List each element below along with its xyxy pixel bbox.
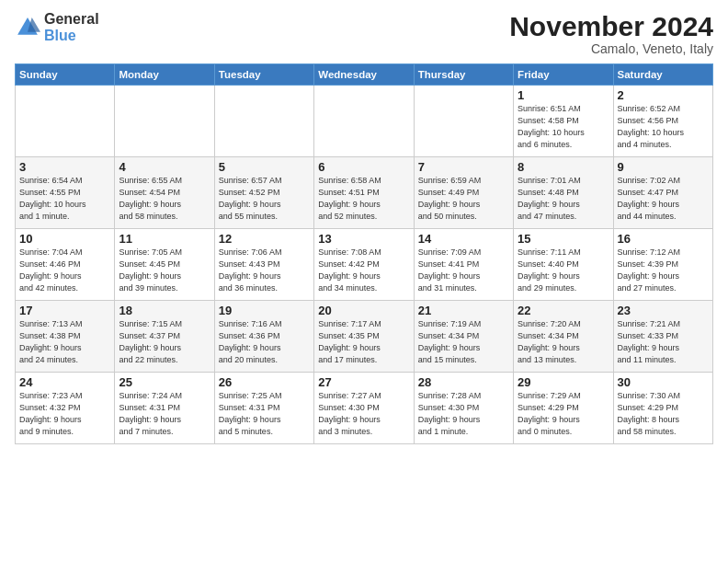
calendar-cell: 22Sunrise: 7:20 AM Sunset: 4:34 PM Dayli… xyxy=(514,301,613,373)
day-number: 12 xyxy=(219,232,310,246)
header: General Blue November 2024 Camalo, Venet… xyxy=(15,11,713,56)
calendar-cell: 6Sunrise: 6:58 AM Sunset: 4:51 PM Daylig… xyxy=(314,157,414,229)
day-info: Sunrise: 7:04 AM Sunset: 4:46 PM Dayligh… xyxy=(19,247,110,294)
day-number: 28 xyxy=(418,375,509,389)
day-number: 6 xyxy=(318,160,409,174)
day-info: Sunrise: 7:17 AM Sunset: 4:35 PM Dayligh… xyxy=(318,318,409,366)
col-friday: Friday xyxy=(514,64,613,86)
calendar-cell: 21Sunrise: 7:19 AM Sunset: 4:34 PM Dayli… xyxy=(414,301,513,373)
calendar-cell: 16Sunrise: 7:12 AM Sunset: 4:39 PM Dayli… xyxy=(613,229,712,301)
day-number: 11 xyxy=(119,232,210,246)
day-info: Sunrise: 7:02 AM Sunset: 4:47 PM Dayligh… xyxy=(618,175,709,223)
calendar-cell: 1Sunrise: 6:51 AM Sunset: 4:58 PM Daylig… xyxy=(514,86,613,157)
calendar-cell xyxy=(214,86,313,157)
day-number: 1 xyxy=(518,88,609,102)
day-info: Sunrise: 7:20 AM Sunset: 4:34 PM Dayligh… xyxy=(518,318,609,366)
title-block: November 2024 Camalo, Veneto, Italy xyxy=(509,11,713,56)
calendar-cell: 30Sunrise: 7:30 AM Sunset: 4:29 PM Dayli… xyxy=(613,373,712,444)
day-number: 4 xyxy=(119,160,210,174)
calendar-cell: 17Sunrise: 7:13 AM Sunset: 4:38 PM Dayli… xyxy=(16,301,115,373)
col-thursday: Thursday xyxy=(414,64,513,86)
day-number: 27 xyxy=(318,375,409,389)
day-info: Sunrise: 7:11 AM Sunset: 4:40 PM Dayligh… xyxy=(518,247,609,294)
day-info: Sunrise: 7:28 AM Sunset: 4:30 PM Dayligh… xyxy=(418,390,509,438)
calendar-cell: 18Sunrise: 7:15 AM Sunset: 4:37 PM Dayli… xyxy=(115,301,214,373)
calendar-cell: 3Sunrise: 6:54 AM Sunset: 4:55 PM Daylig… xyxy=(16,157,115,229)
calendar-cell: 28Sunrise: 7:28 AM Sunset: 4:30 PM Dayli… xyxy=(414,373,513,444)
day-info: Sunrise: 6:52 AM Sunset: 4:56 PM Dayligh… xyxy=(618,103,709,151)
day-info: Sunrise: 6:55 AM Sunset: 4:54 PM Dayligh… xyxy=(119,175,210,223)
logo-icon xyxy=(15,15,40,40)
day-number: 8 xyxy=(518,160,609,174)
day-info: Sunrise: 7:16 AM Sunset: 4:36 PM Dayligh… xyxy=(219,318,310,366)
day-number: 17 xyxy=(19,304,110,317)
calendar-cell: 10Sunrise: 7:04 AM Sunset: 4:46 PM Dayli… xyxy=(16,229,115,301)
day-info: Sunrise: 7:01 AM Sunset: 4:48 PM Dayligh… xyxy=(518,175,609,223)
day-info: Sunrise: 7:09 AM Sunset: 4:41 PM Dayligh… xyxy=(418,247,509,294)
day-info: Sunrise: 7:27 AM Sunset: 4:30 PM Dayligh… xyxy=(318,390,409,438)
day-number: 30 xyxy=(618,375,709,389)
calendar-cell: 13Sunrise: 7:08 AM Sunset: 4:42 PM Dayli… xyxy=(314,229,414,301)
day-info: Sunrise: 7:05 AM Sunset: 4:45 PM Dayligh… xyxy=(119,247,210,294)
page: General Blue November 2024 Camalo, Venet… xyxy=(0,0,728,563)
day-number: 22 xyxy=(518,304,609,317)
week-row-5: 24Sunrise: 7:23 AM Sunset: 4:32 PM Dayli… xyxy=(16,373,713,444)
day-number: 10 xyxy=(19,232,110,246)
day-info: Sunrise: 6:59 AM Sunset: 4:49 PM Dayligh… xyxy=(418,175,509,223)
day-number: 14 xyxy=(418,232,509,246)
subtitle: Camalo, Veneto, Italy xyxy=(509,41,713,56)
calendar-cell: 23Sunrise: 7:21 AM Sunset: 4:33 PM Dayli… xyxy=(613,301,712,373)
week-row-4: 17Sunrise: 7:13 AM Sunset: 4:38 PM Dayli… xyxy=(16,301,713,373)
day-number: 5 xyxy=(219,160,310,174)
day-info: Sunrise: 6:51 AM Sunset: 4:58 PM Dayligh… xyxy=(518,103,609,151)
day-info: Sunrise: 7:21 AM Sunset: 4:33 PM Dayligh… xyxy=(618,318,709,366)
logo-general: General xyxy=(44,11,99,27)
calendar-cell xyxy=(414,86,513,157)
col-tuesday: Tuesday xyxy=(214,64,313,86)
day-number: 25 xyxy=(119,375,210,389)
day-info: Sunrise: 7:24 AM Sunset: 4:31 PM Dayligh… xyxy=(119,390,210,438)
day-info: Sunrise: 7:30 AM Sunset: 4:29 PM Dayligh… xyxy=(618,390,709,438)
day-number: 2 xyxy=(618,88,709,102)
day-info: Sunrise: 7:13 AM Sunset: 4:38 PM Dayligh… xyxy=(19,318,110,366)
day-number: 19 xyxy=(219,304,310,317)
day-info: Sunrise: 7:08 AM Sunset: 4:42 PM Dayligh… xyxy=(318,247,409,294)
day-number: 24 xyxy=(19,375,110,389)
week-row-3: 10Sunrise: 7:04 AM Sunset: 4:46 PM Dayli… xyxy=(16,229,713,301)
calendar-header-row: Sunday Monday Tuesday Wednesday Thursday… xyxy=(16,64,713,86)
day-number: 3 xyxy=(19,160,110,174)
day-number: 26 xyxy=(219,375,310,389)
calendar-cell: 24Sunrise: 7:23 AM Sunset: 4:32 PM Dayli… xyxy=(16,373,115,444)
day-info: Sunrise: 6:57 AM Sunset: 4:52 PM Dayligh… xyxy=(219,175,310,223)
calendar-cell xyxy=(115,86,214,157)
day-info: Sunrise: 6:54 AM Sunset: 4:55 PM Dayligh… xyxy=(19,175,110,223)
day-number: 20 xyxy=(318,304,409,317)
calendar-table: Sunday Monday Tuesday Wednesday Thursday… xyxy=(15,63,713,444)
calendar-cell: 8Sunrise: 7:01 AM Sunset: 4:48 PM Daylig… xyxy=(514,157,613,229)
calendar-cell xyxy=(16,86,115,157)
day-number: 16 xyxy=(618,232,709,246)
week-row-2: 3Sunrise: 6:54 AM Sunset: 4:55 PM Daylig… xyxy=(16,157,713,229)
day-info: Sunrise: 7:06 AM Sunset: 4:43 PM Dayligh… xyxy=(219,247,310,294)
day-number: 9 xyxy=(618,160,709,174)
day-number: 21 xyxy=(418,304,509,317)
day-info: Sunrise: 7:25 AM Sunset: 4:31 PM Dayligh… xyxy=(219,390,310,438)
day-info: Sunrise: 7:23 AM Sunset: 4:32 PM Dayligh… xyxy=(19,390,110,438)
day-info: Sunrise: 7:29 AM Sunset: 4:29 PM Dayligh… xyxy=(518,390,609,438)
day-info: Sunrise: 7:12 AM Sunset: 4:39 PM Dayligh… xyxy=(618,247,709,294)
calendar-cell: 12Sunrise: 7:06 AM Sunset: 4:43 PM Dayli… xyxy=(214,229,313,301)
calendar-cell: 5Sunrise: 6:57 AM Sunset: 4:52 PM Daylig… xyxy=(214,157,313,229)
col-saturday: Saturday xyxy=(613,64,712,86)
calendar-cell: 4Sunrise: 6:55 AM Sunset: 4:54 PM Daylig… xyxy=(115,157,214,229)
day-number: 29 xyxy=(518,375,609,389)
calendar-cell: 20Sunrise: 7:17 AM Sunset: 4:35 PM Dayli… xyxy=(314,301,414,373)
calendar-cell: 2Sunrise: 6:52 AM Sunset: 4:56 PM Daylig… xyxy=(613,86,712,157)
calendar-cell: 26Sunrise: 7:25 AM Sunset: 4:31 PM Dayli… xyxy=(214,373,313,444)
day-number: 15 xyxy=(518,232,609,246)
calendar-cell: 11Sunrise: 7:05 AM Sunset: 4:45 PM Dayli… xyxy=(115,229,214,301)
day-info: Sunrise: 7:15 AM Sunset: 4:37 PM Dayligh… xyxy=(119,318,210,366)
logo-blue: Blue xyxy=(44,28,76,43)
calendar-cell: 9Sunrise: 7:02 AM Sunset: 4:47 PM Daylig… xyxy=(613,157,712,229)
col-monday: Monday xyxy=(115,64,214,86)
day-number: 18 xyxy=(119,304,210,317)
